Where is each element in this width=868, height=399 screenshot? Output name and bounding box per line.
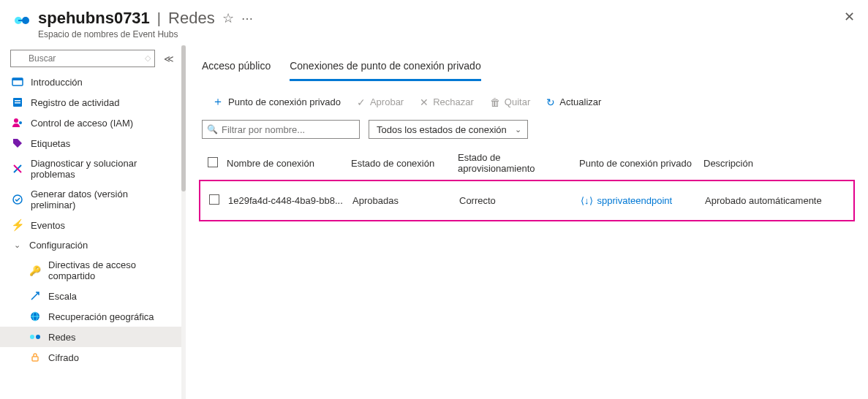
sidebar-item-label: Recuperación geográfica — [48, 311, 154, 322]
favorite-star-icon[interactable]: ☆ — [222, 10, 234, 26]
sidebar-item-label: Cifrado — [48, 352, 79, 363]
sidebar-item-iam[interactable]: Control de acceso (IAM) — [0, 113, 181, 133]
resource-title: spehubns0731 — [38, 9, 150, 28]
sidebar-item-overview[interactable]: Introducción — [0, 72, 181, 92]
sidebar-item-networking[interactable]: Redes — [0, 327, 181, 347]
sidebar-group-configuration[interactable]: ⌄ Configuración — [0, 235, 181, 255]
svg-rect-3 — [12, 78, 23, 80]
chevron-down-icon: ⌄ — [12, 240, 22, 250]
sidebar-item-label: Eventos — [31, 220, 65, 231]
sidebar-item-activity[interactable]: Registro de actividad — [0, 92, 181, 113]
select-value: Todos los estados de conexión — [377, 124, 507, 135]
iam-icon — [12, 117, 23, 129]
sidebar-item-label: Redes — [48, 332, 76, 343]
button-label: Rechazar — [433, 96, 474, 107]
tab-private-endpoint[interactable]: Conexiones de punto de conexión privado — [290, 54, 481, 81]
approve-button[interactable]: ✓ Aprobar — [357, 96, 404, 108]
sidebar-item-label: Directivas de acceso compartido — [48, 259, 174, 281]
sidebar-item-label: Diagnosticar y solucionar problemas — [31, 158, 174, 180]
events-icon: ⚡ — [12, 219, 23, 231]
cell-provisioning-state: Correcto — [459, 195, 581, 206]
connections-table: Nombre de conexión Estado de conexión Es… — [202, 148, 852, 221]
button-label: Punto de conexión privado — [228, 96, 341, 107]
select-all-checkbox[interactable] — [208, 157, 218, 167]
globe-icon — [29, 311, 41, 322]
sidebar-item-label: Control de acceso (IAM) — [31, 118, 133, 129]
activity-log-icon — [12, 96, 23, 108]
svg-point-7 — [14, 118, 18, 123]
key-icon: 🔑 — [29, 265, 41, 276]
overview-icon — [12, 76, 23, 88]
sidebar-item-encryption[interactable]: Cifrado — [0, 347, 181, 368]
filter-search-icon: 🔍 — [207, 124, 218, 134]
table-row[interactable]: 1e29fa4d-c448-4ba9-bb8... Aprobadas Corr… — [203, 187, 850, 214]
row-checkbox[interactable] — [209, 194, 219, 205]
collapse-sidebar-icon[interactable]: ≪ — [159, 50, 178, 67]
remove-button[interactable]: 🗑 Quitar — [490, 96, 530, 108]
col-private-endpoint[interactable]: Punto de conexión privado — [579, 158, 703, 169]
col-description[interactable]: Descripción — [703, 158, 852, 169]
sidebar-item-label: Etiquetas — [31, 138, 70, 149]
title-separator: | — [157, 10, 161, 27]
resource-icon — [13, 12, 31, 29]
sidebar-search-input[interactable] — [10, 50, 155, 67]
button-label: Actualizar — [559, 96, 601, 107]
blade-section: Redes — [168, 9, 215, 28]
tags-icon — [12, 137, 23, 149]
sidebar-item-events[interactable]: ⚡ Eventos — [0, 215, 181, 235]
cell-description: Aprobado automáticamente — [705, 195, 850, 206]
tab-bar: Acceso público Conexiones de punto de co… — [202, 54, 852, 81]
sidebar-item-scale[interactable]: Escala — [0, 286, 181, 306]
cell-connection-name: 1e29fa4d-c448-4ba9-bb8... — [228, 195, 352, 206]
col-connection-state[interactable]: Estado de conexión — [351, 158, 458, 169]
sidebar-scrollbar[interactable] — [181, 45, 186, 399]
main-content: Acceso público Conexiones de punto de co… — [186, 45, 868, 399]
command-bar: ＋ Punto de conexión privado ✓ Aprobar ✕ … — [202, 81, 852, 120]
table-header: Nombre de conexión Estado de conexión Es… — [202, 148, 852, 178]
endpoint-icon: ⟨↓⟩ — [581, 195, 593, 206]
filter-state-select[interactable]: Todos los estados de conexión ⌄ — [369, 120, 528, 139]
generate-data-icon — [12, 194, 23, 205]
sidebar-item-shared-access[interactable]: 🔑 Directivas de acceso compartido — [0, 255, 181, 286]
plus-icon: ＋ — [212, 94, 224, 110]
check-icon: ✓ — [357, 96, 366, 108]
more-icon[interactable]: ⋯ — [241, 12, 253, 26]
svg-point-13 — [36, 335, 40, 339]
sidebar: 🔍 ◇ ≪ Introducción Registro de actividad — [0, 45, 181, 399]
svg-rect-6 — [15, 102, 20, 104]
sidebar-item-label: Introducción — [31, 77, 83, 88]
sidebar-item-tags[interactable]: Etiquetas — [0, 133, 181, 153]
lock-icon — [29, 352, 41, 363]
reject-button[interactable]: ✕ Rechazar — [420, 96, 474, 108]
tab-public-access[interactable]: Acceso público — [202, 54, 271, 81]
close-icon[interactable]: ✕ — [844, 9, 855, 25]
blade-header: spehubns0731 | Redes ☆ ⋯ Espacio de nomb… — [0, 0, 868, 45]
filter-name-input[interactable] — [202, 120, 360, 139]
sidebar-item-geo-recovery[interactable]: Recuperación geográfica — [0, 306, 181, 327]
svg-rect-14 — [32, 357, 38, 361]
sidebar-item-label: Generar datos (versión preliminar) — [31, 189, 174, 210]
svg-point-8 — [19, 121, 22, 124]
sidebar-item-label: Registro de actividad — [31, 97, 119, 108]
clear-search-icon[interactable]: ◇ — [145, 53, 151, 63]
private-endpoint-link[interactable]: ⟨↓⟩ spprivateendpoint — [581, 195, 672, 206]
col-provisioning-state[interactable]: Estado de aprovisionamiento — [458, 152, 579, 174]
x-icon: ✕ — [420, 96, 429, 108]
add-private-endpoint-button[interactable]: ＋ Punto de conexión privado — [212, 94, 341, 110]
resource-type: Espacio de nombres de Event Hubs — [38, 29, 253, 39]
scale-icon — [29, 290, 41, 302]
sidebar-item-generate-data[interactable]: Generar datos (versión preliminar) — [0, 184, 181, 215]
diagnose-icon — [12, 163, 23, 175]
trash-icon: 🗑 — [490, 96, 500, 108]
cell-connection-state: Aprobadas — [352, 195, 459, 206]
sidebar-group-label: Configuración — [29, 240, 88, 251]
svg-rect-5 — [15, 100, 20, 102]
refresh-button[interactable]: ↻ Actualizar — [546, 96, 601, 108]
sidebar-item-label: Escala — [48, 291, 77, 302]
network-icon — [29, 331, 41, 343]
col-connection-name[interactable]: Nombre de conexión — [227, 158, 351, 169]
button-label: Aprobar — [370, 96, 404, 107]
link-text: spprivateendpoint — [597, 195, 673, 206]
sidebar-item-diagnose[interactable]: Diagnosticar y solucionar problemas — [0, 153, 181, 184]
refresh-icon: ↻ — [546, 96, 555, 108]
